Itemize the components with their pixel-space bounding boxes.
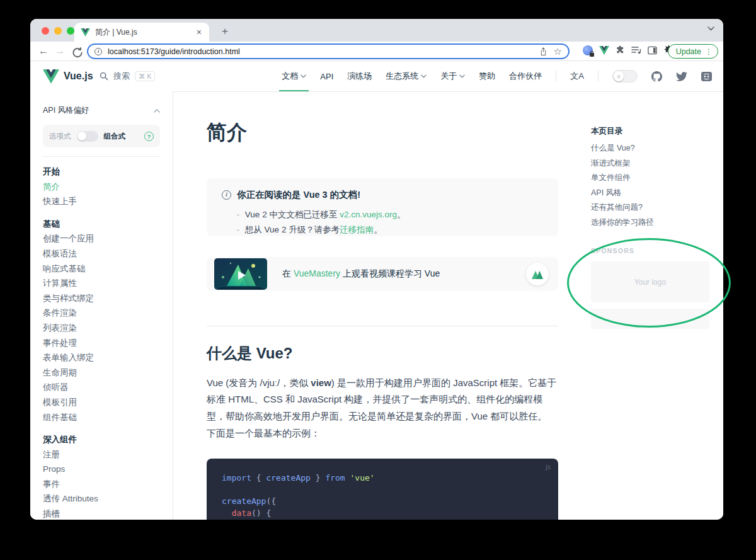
toc-item-label: 渐进式框架	[591, 159, 631, 168]
toc-item-label: API 风格	[591, 188, 622, 197]
chrome-update-button[interactable]: Update ⋮	[668, 44, 718, 59]
sidebar-item[interactable]: 列表渲染	[43, 321, 160, 336]
intro-paragraph: Vue (发音为 /vjuː/，类似 view) 是一款用于构建用户界面的 Ja…	[207, 375, 558, 425]
search-shortcut-kbd: ⌘ K	[135, 71, 155, 81]
sidebar-item[interactable]: 侦听器	[43, 380, 160, 395]
bullet-link[interactable]: v2.cn.vuejs.org	[340, 210, 397, 219]
navbar-link[interactable]: 演练场	[347, 61, 372, 91]
api-preference-title[interactable]: API 风格偏好	[43, 105, 160, 116]
help-icon[interactable]: ?	[144, 132, 154, 141]
section-divider	[207, 326, 558, 326]
sidebar-item[interactable]: 条件渲染	[43, 306, 160, 321]
sidebar-item[interactable]: 事件处理	[43, 336, 160, 351]
side-panel-icon[interactable]	[648, 46, 657, 55]
toc-item[interactable]: 单文件组件	[591, 171, 654, 186]
sponsor-placeholder[interactable]: Your logo	[591, 261, 709, 302]
extensions-puzzle-icon[interactable]	[616, 45, 625, 55]
sponsor-placeholder-partial[interactable]	[591, 309, 709, 329]
sidebar-item[interactable]: 计算属性	[43, 276, 160, 291]
navbar-link[interactable]: API	[320, 61, 333, 91]
sidebar-item[interactable]: 深入组件	[43, 432, 160, 447]
sidebar-item[interactable]: 模板语法	[43, 246, 160, 261]
twitter-icon	[676, 72, 687, 81]
code-language-badge: js	[546, 463, 551, 471]
sidebar-item[interactable]: 事件	[43, 477, 160, 492]
sidebar-item[interactable]: 组件基础	[43, 410, 160, 425]
navbar-link[interactable]: 赞助	[479, 61, 495, 91]
github-link[interactable]	[651, 71, 662, 82]
sidebar-item[interactable]: 生命周期	[43, 365, 160, 380]
new-tab-button[interactable]: +	[217, 23, 233, 40]
bullet-dot: •	[237, 222, 239, 237]
navbar-link[interactable]: 生态系统	[386, 61, 427, 91]
sidebar-item-label: 创建一个应用	[43, 234, 94, 243]
zoom-window-button[interactable]	[67, 27, 74, 35]
tab-search-chevron-icon[interactable]	[707, 26, 714, 31]
vuemastery-video-thumbnail[interactable]	[214, 258, 267, 290]
navbar-link[interactable]: 关于	[440, 61, 465, 91]
sponsors-label: SPONSORS	[591, 247, 634, 254]
sidebar-item[interactable]: 模板引用	[43, 395, 160, 410]
tab-title: 简介 | Vue.js	[95, 27, 195, 38]
sidebar-item[interactable]: 简介	[43, 180, 160, 195]
code-content: import { createApp } from 'vue' createAp…	[222, 472, 558, 520]
sidebar-item[interactable]: 注册	[43, 447, 160, 462]
url-text[interactable]: localhost:5173/guide/introduction.html	[108, 47, 533, 56]
sidebar-item[interactable]: 插槽	[43, 506, 160, 520]
minimize-window-button[interactable]	[54, 27, 62, 35]
api-style-toggle[interactable]	[77, 131, 98, 142]
bookmark-star-icon[interactable]: ☆	[554, 47, 562, 56]
bullet-link[interactable]: 迁移指南	[340, 225, 374, 234]
discord-icon	[701, 72, 712, 81]
sidebar-item[interactable]: 类与样式绑定	[43, 291, 160, 306]
browser-menu-dots-icon[interactable]: ⋮	[705, 47, 713, 56]
twitter-link[interactable]	[676, 72, 687, 81]
sidebar-item[interactable]: 表单输入绑定	[43, 350, 160, 365]
vue-logo[interactable]: Vue.js	[43, 61, 93, 91]
sidebar-item[interactable]: 响应式基础	[43, 261, 160, 277]
navbar-link[interactable]: 文档	[282, 61, 306, 91]
info-bullet-list: • Vue 2 中文文档已迁移至 v2.cn.vuejs.org。 • 想从 V…	[222, 207, 543, 237]
theme-toggle[interactable]: ☼	[612, 70, 638, 83]
toc-title: 本页目录	[591, 126, 622, 137]
toc-item[interactable]: 渐进式框架	[591, 156, 654, 171]
composition-api-label[interactable]: 组合式	[104, 132, 126, 141]
navbar-link[interactable]: 合作伙伴	[509, 61, 542, 91]
sidebar-item[interactable]: Props	[43, 462, 160, 477]
share-icon[interactable]	[539, 47, 547, 56]
url-bar[interactable]: i localhost:5173/guide/introduction.html…	[87, 43, 570, 59]
sidebar-item[interactable]: 创建一个应用	[43, 231, 160, 246]
code-block[interactable]: js import { createApp } from 'vue' creat…	[207, 459, 558, 520]
sidebar-item[interactable]: 快速上手	[43, 194, 160, 209]
site-info-icon[interactable]: i	[94, 48, 102, 55]
tab-close-icon[interactable]: ×	[195, 27, 203, 37]
forward-button[interactable]: →	[53, 43, 67, 59]
sidebar-item[interactable]: 基础	[43, 217, 160, 232]
translate-icon[interactable]: 文A	[570, 71, 584, 82]
screenshot-stage: 简介 | Vue.js × + ← → i localhost:5173/gui…	[0, 0, 756, 560]
discord-link[interactable]	[701, 72, 712, 81]
vpn-extension-icon[interactable]	[583, 45, 593, 55]
sidebar-item[interactable]: 透传 Attributes	[43, 491, 160, 506]
toc-item[interactable]: 还有其他问题?	[591, 200, 654, 215]
toc-item[interactable]: API 风格	[591, 186, 654, 201]
vue-devtools-extension-icon[interactable]	[599, 46, 609, 55]
reading-list-icon[interactable]	[631, 46, 641, 55]
options-api-label[interactable]: 选项式	[49, 132, 71, 141]
sidebar-item-label: 基础	[43, 219, 60, 229]
toc-item[interactable]: 选择你的学习路径	[591, 215, 654, 231]
browser-tab[interactable]: 简介 | Vue.js ×	[74, 23, 209, 42]
extension-icons	[583, 45, 674, 55]
sidebar-item[interactable]: 开始	[43, 164, 160, 180]
back-button[interactable]: ←	[37, 43, 50, 59]
bullet-text: 想从 Vue 2 升级？请参考	[245, 225, 340, 234]
toc-item[interactable]: 什么是 Vue?	[591, 141, 654, 156]
sun-icon: ☼	[614, 71, 624, 81]
close-window-button[interactable]	[42, 27, 49, 35]
reload-icon[interactable]	[71, 43, 84, 59]
vuemastery-link[interactable]: VueMastery	[294, 268, 340, 278]
toc-list: 什么是 Vue? 渐进式框架 单文件组件 API 风格	[591, 141, 654, 230]
search-button[interactable]: 搜索 ⌘ K	[100, 61, 155, 91]
github-icon	[651, 71, 662, 82]
vuemastery-banner[interactable]: 在 VueMastery 上观看视频课程学习 Vue	[207, 257, 558, 291]
